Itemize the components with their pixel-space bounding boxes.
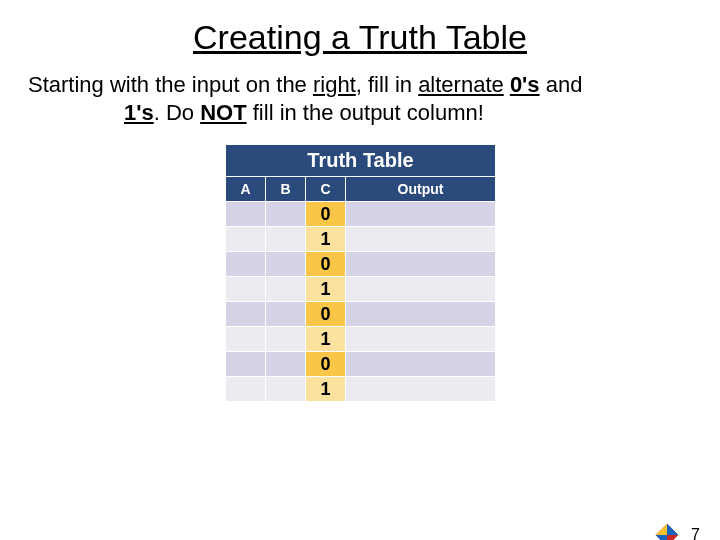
- cell-a: [226, 327, 266, 352]
- cell-c: 0: [306, 302, 346, 327]
- word-alternate: alternate: [418, 72, 504, 97]
- cell-b: [266, 327, 306, 352]
- word-right: right: [313, 72, 356, 97]
- cell-output: [346, 327, 496, 352]
- cell-a: [226, 352, 266, 377]
- body-mid1: , fill in: [356, 72, 418, 97]
- table-row: 1: [226, 377, 496, 402]
- col-header-output: Output: [346, 177, 496, 202]
- cell-output: [346, 377, 496, 402]
- col-header-c: C: [306, 177, 346, 202]
- table-row: 0: [226, 302, 496, 327]
- cell-c: 0: [306, 252, 346, 277]
- truth-table: Truth Table A B C Output 0 1 0 1 0 1 0 1: [225, 144, 496, 402]
- slide-title: Creating a Truth Table: [0, 18, 720, 57]
- col-header-a: A: [226, 177, 266, 202]
- cell-b: [266, 302, 306, 327]
- cell-c: 1: [306, 377, 346, 402]
- truth-table-container: Truth Table A B C Output 0 1 0 1 0 1 0 1: [225, 144, 495, 402]
- word-zeros: 0's: [510, 72, 540, 97]
- cell-b: [266, 377, 306, 402]
- cell-b: [266, 252, 306, 277]
- cell-a: [226, 227, 266, 252]
- cell-a: [226, 302, 266, 327]
- cell-b: [266, 227, 306, 252]
- cell-b: [266, 277, 306, 302]
- cell-a: [226, 202, 266, 227]
- table-row: 0: [226, 352, 496, 377]
- cell-b: [266, 352, 306, 377]
- svg-marker-2: [656, 535, 667, 540]
- cell-a: [226, 277, 266, 302]
- body-pre: Starting with the input on the: [28, 72, 313, 97]
- table-title: Truth Table: [226, 145, 496, 177]
- body-mid2: . Do: [154, 100, 200, 125]
- cell-output: [346, 252, 496, 277]
- cell-output: [346, 302, 496, 327]
- table-row: 0: [226, 202, 496, 227]
- body-post1: and: [540, 72, 583, 97]
- slide-body: Starting with the input on the right, fi…: [28, 71, 692, 126]
- cell-output: [346, 202, 496, 227]
- cell-c: 1: [306, 277, 346, 302]
- page-number: 7: [691, 526, 700, 540]
- word-not: NOT: [200, 100, 246, 125]
- cell-c: 1: [306, 227, 346, 252]
- cell-a: [226, 377, 266, 402]
- table-row: 0: [226, 252, 496, 277]
- table-row: 1: [226, 227, 496, 252]
- cell-output: [346, 227, 496, 252]
- cell-c: 1: [306, 327, 346, 352]
- col-header-b: B: [266, 177, 306, 202]
- logo-icon: [654, 522, 680, 540]
- table-row: 1: [226, 327, 496, 352]
- cell-a: [226, 252, 266, 277]
- svg-marker-1: [667, 524, 678, 535]
- svg-marker-3: [656, 524, 667, 535]
- table-row: 1: [226, 277, 496, 302]
- body-post2: fill in the output column!: [247, 100, 484, 125]
- cell-output: [346, 277, 496, 302]
- cell-c: 0: [306, 202, 346, 227]
- cell-b: [266, 202, 306, 227]
- cell-output: [346, 352, 496, 377]
- word-ones: 1's: [124, 100, 154, 125]
- cell-c: 0: [306, 352, 346, 377]
